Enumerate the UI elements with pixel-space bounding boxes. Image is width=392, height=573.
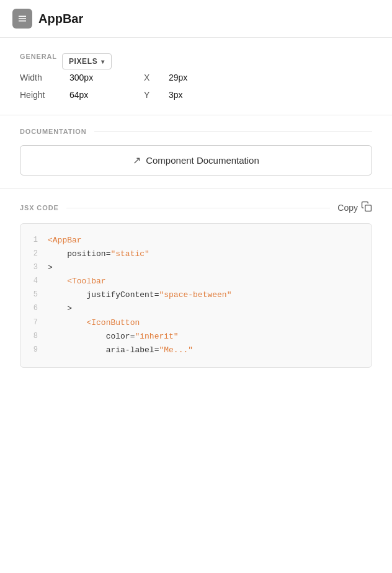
code-content-5: justifyContent="space-between": [48, 288, 231, 302]
general-section-label: GENERAL: [20, 53, 57, 60]
doc-button-label: Component Documentation: [146, 155, 259, 166]
line-num-3: 3: [29, 261, 38, 275]
line-num-8: 8: [29, 330, 38, 344]
copy-label: Copy: [337, 203, 358, 213]
header: AppBar: [0, 0, 392, 38]
height-label: Height: [20, 90, 69, 100]
code-line-8: 8 color="inherit": [29, 330, 363, 344]
code-line-3: 3 >: [29, 261, 363, 275]
code-line-2: 2 position="static": [29, 247, 363, 261]
line-num-7: 7: [29, 316, 38, 330]
x-label: X: [144, 73, 169, 82]
dimensions-grid: Width 300px X 29px Height 64px Y 3px: [20, 73, 372, 100]
code-line-9: 9 aria-label="Me...": [29, 344, 363, 357]
jsx-section-header: JSX CODE Copy: [20, 201, 372, 215]
pixels-value: PIXELS: [69, 57, 97, 66]
pixels-dropdown[interactable]: PIXELS ▾: [62, 53, 112, 69]
code-content-8: color="inherit": [48, 330, 179, 344]
line-num-4: 4: [29, 275, 38, 288]
width-label: Width: [20, 73, 69, 82]
code-line-5: 5 justifyContent="space-between": [29, 288, 363, 302]
chevron-down-icon: ▾: [101, 58, 105, 65]
line-num-6: 6: [29, 302, 38, 316]
jsx-copy-area: Copy: [337, 201, 372, 215]
copy-icon: [361, 201, 372, 215]
code-line-1: 1 <AppBar: [29, 234, 363, 247]
line-num-9: 9: [29, 344, 38, 357]
component-documentation-button[interactable]: ↗︎ Component Documentation: [20, 145, 372, 175]
doc-section-divider: [94, 131, 372, 132]
code-block: 1 <AppBar 2 position="static" 3 > 4 <Too…: [20, 223, 372, 368]
page-title: AppBar: [38, 12, 83, 26]
code-line-7: 7 <IconButton: [29, 316, 363, 330]
copy-button[interactable]: Copy: [337, 201, 372, 215]
code-line-4: 4 <Toolbar: [29, 275, 363, 288]
line-num-2: 2: [29, 247, 38, 261]
svg-rect-0: [365, 205, 372, 211]
doc-section-header: DOCUMENTATION: [20, 128, 372, 135]
code-line-6: 6 >: [29, 302, 363, 316]
code-content-9: aria-label="Me...": [48, 344, 193, 357]
code-content-4: <Toolbar: [48, 275, 106, 288]
line-num-5: 5: [29, 288, 38, 302]
documentation-section: DOCUMENTATION ↗︎ Component Documentation: [0, 115, 392, 188]
general-row: GENERAL PIXELS ▾: [20, 53, 372, 70]
code-content-3: >: [48, 261, 53, 275]
jsx-section: JSX CODE Copy 1 <AppBar 2 position="s: [0, 189, 392, 380]
y-value: 3px: [169, 90, 218, 100]
general-section: GENERAL PIXELS ▾ Width 300px X 29px Heig…: [0, 38, 392, 115]
jsx-section-divider: [66, 208, 331, 208]
line-num-1: 1: [29, 234, 38, 247]
code-content-1: <AppBar: [48, 234, 82, 247]
jsx-section-label: JSX CODE: [20, 204, 59, 211]
x-value: 29px: [169, 73, 218, 82]
code-content-2: position="static": [48, 247, 149, 261]
width-value: 300px: [69, 73, 144, 82]
appbar-icon: [12, 9, 32, 29]
code-content-6: >: [48, 302, 72, 316]
code-content-7: <IconButton: [48, 316, 140, 330]
external-link-icon: ↗︎: [133, 154, 141, 166]
y-label: Y: [144, 90, 169, 100]
doc-section-label: DOCUMENTATION: [20, 128, 87, 135]
height-value: 64px: [69, 90, 144, 100]
